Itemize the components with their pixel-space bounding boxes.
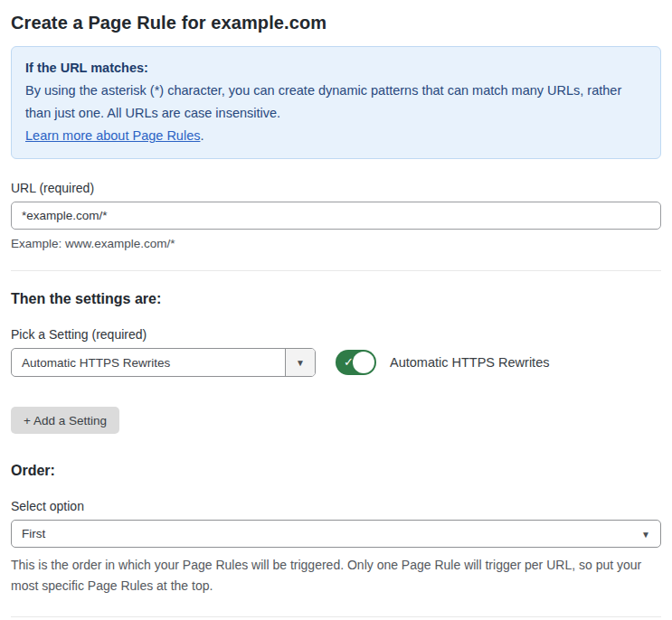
chevron-down-icon: ▼ [641, 529, 650, 539]
toggle-label: Automatic HTTPS Rewrites [390, 355, 549, 370]
page-title: Create a Page Rule for example.com [11, 11, 661, 46]
divider-before-footer [11, 616, 661, 617]
setting-toggle-wrap: ✓ Automatic HTTPS Rewrites [336, 350, 549, 375]
url-field-helper: Example: www.example.com/* [11, 237, 661, 250]
setting-select[interactable]: Automatic HTTPS Rewrites ▼ [11, 348, 316, 377]
settings-section-heading: Then the settings are: [11, 291, 661, 307]
order-select-value: First [11, 520, 661, 548]
order-select[interactable]: First ▼ [11, 520, 661, 548]
chevron-down-icon: ▼ [296, 358, 305, 368]
url-input[interactable] [11, 202, 661, 230]
learn-more-link[interactable]: Learn more about Page Rules [25, 128, 200, 143]
order-helper-text: This is the order in which your Page Rul… [11, 555, 661, 597]
info-box-link-line: Learn more about Page Rules. [25, 125, 647, 147]
link-suffix: . [200, 128, 203, 143]
order-section-heading: Order: [11, 463, 661, 479]
info-box-heading: If the URL matches: [25, 57, 647, 80]
url-field-label: URL (required) [11, 181, 661, 195]
setting-select-value: Automatic HTTPS Rewrites [12, 349, 285, 376]
url-field-block: URL (required) Example: www.example.com/… [11, 181, 661, 250]
automatic-https-rewrites-toggle[interactable]: ✓ [336, 350, 376, 375]
setting-select-dropdown-button[interactable]: ▼ [285, 349, 315, 376]
setting-row: Automatic HTTPS Rewrites ▼ ✓ Automatic H… [11, 348, 661, 377]
pick-setting-label: Pick a Setting (required) [11, 327, 661, 342]
info-box-body: By using the asterisk (*) character, you… [25, 80, 647, 125]
create-page-rule-form: Create a Page Rule for example.com If th… [0, 0, 672, 620]
url-matches-info-box: If the URL matches: By using the asteris… [11, 46, 661, 159]
order-select-label: Select option [11, 499, 661, 513]
toggle-knob [353, 352, 374, 373]
add-setting-button[interactable]: + Add a Setting [11, 407, 119, 434]
info-box-body-text: By using the asterisk (*) character, you… [25, 83, 621, 120]
divider-after-url [11, 270, 661, 271]
